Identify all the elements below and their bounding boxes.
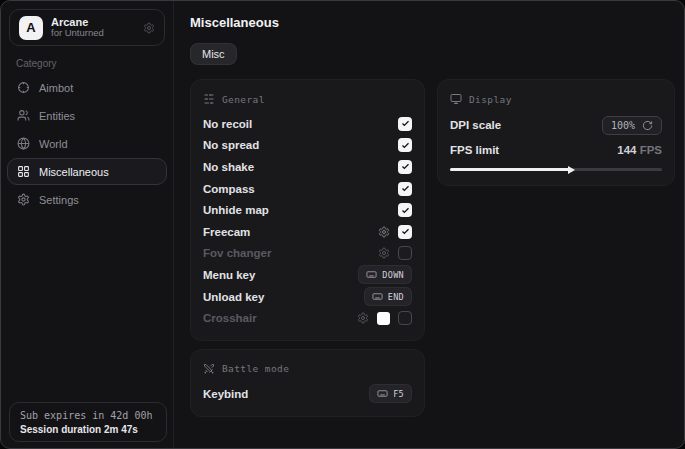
setting-row-keybind: Keybind F5 <box>203 383 412 405</box>
subscription-status-card: Sub expires in 42d 00h Session duration … <box>9 402 167 442</box>
gear-icon[interactable] <box>378 226 390 238</box>
sidebar-item-label: Aimbot <box>39 82 73 94</box>
gear-icon[interactable] <box>143 22 155 34</box>
panel-title: General <box>222 94 265 105</box>
gear-icon[interactable] <box>378 247 390 259</box>
logo-letter: A <box>26 20 35 35</box>
sidebar-item-label: World <box>39 138 68 150</box>
fps-limit-slider[interactable] <box>450 164 662 174</box>
setting-label: Fov changer <box>203 247 271 259</box>
app-logo: A <box>19 16 43 40</box>
tab-bar: Misc <box>190 43 669 65</box>
setting-row-compass: Compass <box>203 178 412 200</box>
refresh-icon[interactable] <box>642 120 653 131</box>
sidebar-item-label: Entities <box>39 110 75 122</box>
setting-label: FPS limit <box>450 144 499 156</box>
fps-limit-unit: FPS <box>636 144 662 156</box>
page-title: Miscellaneous <box>190 15 669 30</box>
keybind-button-menu-key[interactable]: DOWN <box>358 265 412 284</box>
monitor-icon <box>450 93 462 105</box>
sidebar-item-miscellaneous[interactable]: Miscellaneous <box>7 158 167 185</box>
setting-row-fov-changer: Fov changer <box>203 243 412 265</box>
keybind-button-unload-key[interactable]: END <box>364 287 412 306</box>
setting-row-no-shake: No shake <box>203 156 412 178</box>
panel-title: Display <box>469 94 512 105</box>
checkbox-unhide-map[interactable] <box>398 203 412 217</box>
keyboard-icon <box>372 291 383 302</box>
sidebar-item-entities[interactable]: Entities <box>7 102 167 129</box>
globe-icon <box>17 137 30 150</box>
checkbox-no-spread[interactable] <box>398 138 412 152</box>
setting-label: No shake <box>203 161 254 173</box>
setting-row-crosshair: Crosshair <box>203 307 412 329</box>
users-icon <box>17 109 30 122</box>
sidebar-item-label: Settings <box>39 194 79 206</box>
keyboard-icon <box>366 269 377 280</box>
checkbox-no-recoil[interactable] <box>398 117 412 131</box>
sliders-icon <box>203 93 215 105</box>
sidebar-item-aimbot[interactable]: Aimbot <box>7 74 167 101</box>
swords-icon <box>203 363 215 375</box>
setting-label: Keybind <box>203 388 248 400</box>
setting-label: Unload key <box>203 291 264 303</box>
checkbox-fov-changer[interactable] <box>398 246 412 260</box>
setting-label: DPI scale <box>450 119 501 131</box>
dpi-scale-value: 100% <box>611 120 635 131</box>
sidebar-item-settings[interactable]: Settings <box>7 186 167 213</box>
app-window: A Arcane for Unturned Category Aimbot <box>0 0 685 449</box>
sub-expiry-text: Sub expires in 42d 00h <box>20 410 156 421</box>
gear-icon[interactable] <box>357 312 369 324</box>
tab-misc[interactable]: Misc <box>190 43 237 65</box>
keybind-value: DOWN <box>382 270 404 280</box>
grid-icon <box>17 165 30 178</box>
display-panel: Display DPI scale 100% FPS limit <box>437 79 675 186</box>
fps-limit-value: 144 <box>617 144 636 156</box>
keybind-value: F5 <box>393 389 404 399</box>
sidebar-item-world[interactable]: World <box>7 130 167 157</box>
crosshair-icon <box>17 81 30 94</box>
sidebar: A Arcane for Unturned Category Aimbot <box>1 1 174 448</box>
dpi-scale-control[interactable]: 100% <box>602 116 662 135</box>
general-panel: General No recoil No spread No shake <box>190 79 425 341</box>
app-subtitle: for Unturned <box>51 28 104 39</box>
checkbox-no-shake[interactable] <box>398 160 412 174</box>
setting-row-fps-limit: FPS limit 144 FPS <box>450 141 662 159</box>
color-swatch[interactable] <box>377 312 390 325</box>
setting-label: Crosshair <box>203 312 257 324</box>
keyboard-icon <box>377 388 388 399</box>
panel-title: Battle mode <box>222 363 289 374</box>
checkbox-compass[interactable] <box>398 182 412 196</box>
session-duration-text: Session duration 2m 47s <box>20 424 156 435</box>
slider-thumb[interactable] <box>568 166 575 174</box>
setting-label: No spread <box>203 139 259 151</box>
sidebar-nav: Aimbot Entities World Miscellaneous <box>1 74 173 213</box>
slider-fill <box>450 168 569 171</box>
setting-label: Freecam <box>203 226 250 238</box>
setting-row-freecam: Freecam <box>203 221 412 243</box>
main-content: Miscellaneous Misc General No recoil <box>175 1 684 448</box>
setting-row-dpi-scale: DPI scale 100% <box>450 113 662 137</box>
setting-label: Unhide map <box>203 204 269 216</box>
setting-row-no-spread: No spread <box>203 135 412 157</box>
setting-label: Menu key <box>203 269 255 281</box>
category-label: Category <box>16 58 173 69</box>
checkbox-freecam[interactable] <box>398 225 412 239</box>
battle-mode-panel: Battle mode Keybind F5 <box>190 349 425 417</box>
setting-label: No recoil <box>203 118 252 130</box>
logo-card: A Arcane for Unturned <box>9 9 165 46</box>
setting-row-unload-key: Unload key END <box>203 286 412 308</box>
checkbox-crosshair[interactable] <box>398 311 412 325</box>
setting-row-menu-key: Menu key DOWN <box>203 264 412 286</box>
setting-row-no-recoil: No recoil <box>203 113 412 135</box>
sidebar-item-label: Miscellaneous <box>39 166 109 178</box>
keybind-button-battle[interactable]: F5 <box>369 384 412 403</box>
setting-row-unhide-map: Unhide map <box>203 199 412 221</box>
keybind-value: END <box>388 292 404 302</box>
gear-icon <box>17 193 30 206</box>
setting-label: Compass <box>203 183 255 195</box>
